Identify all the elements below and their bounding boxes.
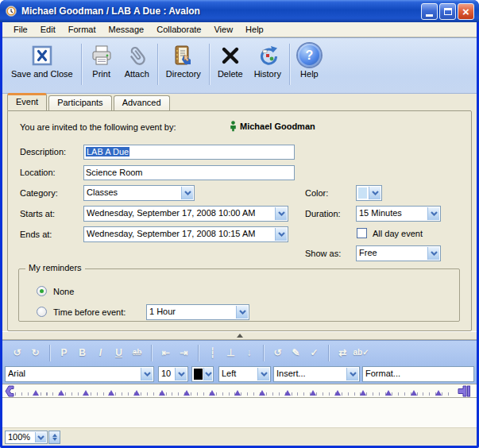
menu-message[interactable]: Message xyxy=(102,23,151,36)
description-input[interactable]: LAB A Due xyxy=(83,145,295,160)
dropdown-arrow-icon[interactable] xyxy=(35,432,46,442)
find-replace-icon[interactable]: ⇄ xyxy=(334,345,351,361)
ruler-tabstop-icon[interactable] xyxy=(133,390,140,396)
bold-icon[interactable]: B xyxy=(74,345,91,361)
dropdown-arrow-icon[interactable] xyxy=(275,228,287,241)
ruler-tabstop-icon[interactable] xyxy=(33,390,39,396)
splitter-collapse-icon[interactable] xyxy=(237,334,243,338)
ruler-tabstop-icon[interactable] xyxy=(435,390,442,396)
dropdown-arrow-icon[interactable] xyxy=(257,368,269,380)
pane-splitter[interactable] xyxy=(2,331,477,340)
menu-edit[interactable]: Edit xyxy=(34,23,62,36)
underline-icon[interactable]: U xyxy=(110,345,127,361)
history-icon xyxy=(256,43,280,68)
spellcheck-icon[interactable]: ab✓ xyxy=(353,345,369,361)
location-label: Location: xyxy=(20,168,56,177)
insert-dropdown[interactable]: Insert... xyxy=(273,366,360,382)
dropdown-arrow-icon[interactable] xyxy=(175,368,187,380)
titlebar[interactable]: Michael Goodman / LAB A Due : Avalon × xyxy=(0,0,479,22)
menu-collaborate[interactable]: Collaborate xyxy=(150,23,207,36)
all-day-checkbox[interactable] xyxy=(357,228,367,238)
tab-participants[interactable]: Participants xyxy=(48,95,111,110)
alignment-value: Left xyxy=(222,369,257,378)
accept-icon[interactable]: ✓ xyxy=(306,345,323,361)
maximize-button[interactable] xyxy=(439,3,456,20)
outdent-icon[interactable]: ⇤ xyxy=(157,345,174,361)
reminder-time-dropdown[interactable]: 1 Hour xyxy=(146,304,249,320)
ruler-tabstop-icon[interactable] xyxy=(284,390,291,396)
baseline-icon[interactable]: ⊥ xyxy=(222,345,239,361)
font-family-dropdown[interactable]: Arial xyxy=(5,366,154,382)
menu-help[interactable]: Help xyxy=(239,23,270,36)
organizer-name: Michael Goodman xyxy=(240,122,315,131)
revert-icon[interactable]: ↺ xyxy=(269,345,286,361)
format-dropdown[interactable]: Format... xyxy=(362,366,474,382)
dropdown-arrow-icon[interactable] xyxy=(346,368,358,380)
starts-at-label: Starts at: xyxy=(20,209,55,218)
tab-event[interactable]: Event xyxy=(7,93,47,110)
alignment-dropdown[interactable]: Left xyxy=(218,366,271,382)
save-and-close-button[interactable]: Save and Close xyxy=(6,42,79,79)
ruler-tabstop-icon[interactable] xyxy=(310,390,316,396)
dropdown-arrow-icon[interactable] xyxy=(203,368,212,380)
dropdown-arrow-icon[interactable] xyxy=(236,306,248,319)
history-button[interactable]: History xyxy=(249,42,287,79)
reminder-time-radio[interactable] xyxy=(37,307,47,317)
ruler-tabstop-icon[interactable] xyxy=(234,390,241,396)
spinner-down-icon[interactable] xyxy=(52,438,57,441)
reminder-none-radio[interactable] xyxy=(37,286,47,296)
zoom-control[interactable]: 100% xyxy=(5,431,48,444)
dropdown-arrow-icon[interactable] xyxy=(427,207,439,220)
tabstop-icon[interactable]: ┆ xyxy=(204,345,221,361)
text-color-dropdown[interactable] xyxy=(191,366,214,382)
ruler-tabstop-icon[interactable] xyxy=(83,390,89,396)
dropdown-arrow-icon[interactable] xyxy=(427,247,439,260)
ruler[interactable] xyxy=(2,384,477,398)
duration-dropdown[interactable]: 15 Minutes xyxy=(356,206,441,222)
show-as-dropdown[interactable]: Free xyxy=(356,245,441,261)
font-size-dropdown[interactable]: 10 xyxy=(158,366,188,382)
ruler-tabstop-icon[interactable] xyxy=(259,390,265,396)
menu-view[interactable]: View xyxy=(207,23,239,36)
starts-at-dropdown[interactable]: Wednesday, September 17, 2008 10:00 AM xyxy=(83,206,288,222)
location-input[interactable]: Science Room xyxy=(83,165,295,180)
ruler-tabstop-icon[interactable] xyxy=(159,390,165,396)
menu-format[interactable]: Format xyxy=(62,23,102,36)
minimize-button[interactable] xyxy=(421,3,438,20)
delete-button[interactable]: Delete xyxy=(212,42,249,79)
zoom-spinner[interactable] xyxy=(48,431,60,444)
dropdown-arrow-icon[interactable] xyxy=(141,368,153,380)
tab-advanced[interactable]: Advanced xyxy=(114,95,170,110)
ruler-tabstop-icon[interactable] xyxy=(360,390,366,396)
dropdown-arrow-icon[interactable] xyxy=(275,207,287,220)
menu-file[interactable]: File xyxy=(7,23,34,36)
pen-icon[interactable]: ✎ xyxy=(288,345,304,361)
plain-text-icon[interactable]: P xyxy=(56,345,72,361)
close-button[interactable]: × xyxy=(458,3,474,20)
ruler-right-margin-icon[interactable] xyxy=(458,385,470,399)
italic-icon[interactable]: I xyxy=(92,345,109,361)
message-body[interactable] xyxy=(2,398,477,427)
color-dropdown[interactable] xyxy=(356,185,382,201)
directory-button[interactable]: Directory xyxy=(160,42,207,79)
dropdown-arrow-icon[interactable] xyxy=(369,187,380,199)
ends-at-dropdown[interactable]: Wednesday, September 17, 2008 10:15 AM xyxy=(83,226,288,242)
ruler-tabstop-icon[interactable] xyxy=(183,390,190,396)
attach-button[interactable]: Attach xyxy=(119,42,155,79)
ruler-tabstop-icon[interactable] xyxy=(385,390,392,396)
help-button[interactable]: ? Help xyxy=(292,42,326,79)
ruler-tabstop-icon[interactable] xyxy=(108,390,114,396)
indent-icon[interactable]: ⇥ xyxy=(176,345,192,361)
spinner-up-icon[interactable] xyxy=(52,434,57,437)
undo-icon[interactable]: ↺ xyxy=(9,345,25,361)
ruler-tabstop-icon[interactable] xyxy=(334,390,341,396)
ruler-tabstop-icon[interactable] xyxy=(209,390,215,396)
ruler-tabstop-icon[interactable] xyxy=(58,390,64,396)
strikethrough-icon[interactable]: ab xyxy=(129,345,145,361)
redo-icon[interactable]: ↻ xyxy=(27,345,44,361)
category-dropdown[interactable]: Classes xyxy=(83,185,195,201)
dropdown-arrow-icon[interactable] xyxy=(181,187,193,199)
print-button[interactable]: Print xyxy=(84,42,119,79)
move-down-icon[interactable]: ↓ xyxy=(241,345,257,361)
ruler-tabstop-icon[interactable] xyxy=(411,390,417,396)
